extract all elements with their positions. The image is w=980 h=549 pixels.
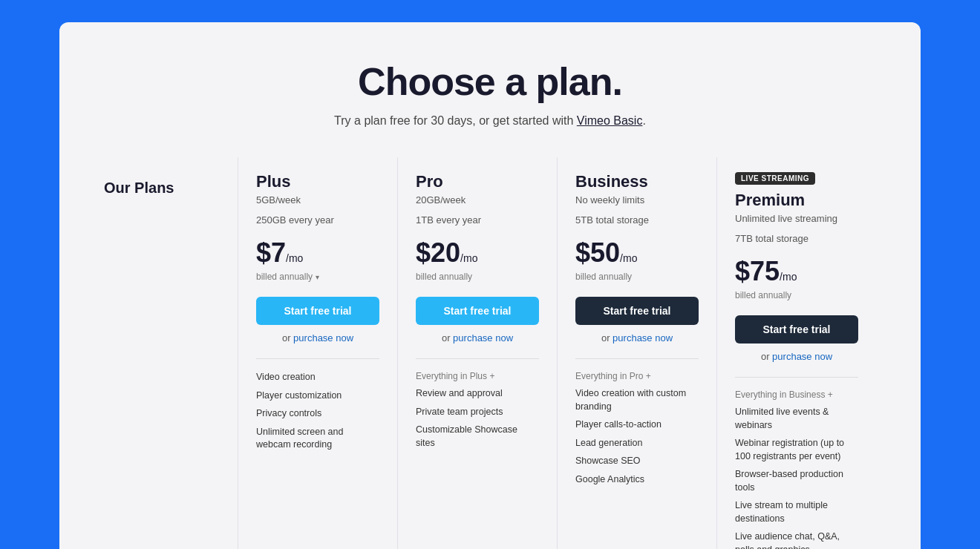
purchase-link-premium[interactable]: purchase now [772,351,832,362]
feature-item: Video creation [256,371,379,384]
divider-business [575,358,699,359]
plan-storage-year-premium: 7TB total storage [735,233,858,244]
feature-item: Video creation with custom branding [575,387,699,413]
feature-item: Private team projects [416,406,539,419]
feature-item: Live stream to multiple destinations [735,499,858,525]
divider-plus [256,358,379,359]
page-header: Choose a plan. Try a plan free for 30 da… [104,59,876,128]
feature-item: Lead generation [575,437,699,450]
plan-col-pro: Pro 20GB/week 1TB every year $20/mo bill… [397,157,557,549]
vimeo-basic-link[interactable]: Vimeo Basic [577,114,643,127]
features-header-premium: Everything in Business + [735,389,858,400]
feature-item: Webinar registration (up to 100 registra… [735,437,858,463]
plans-grid: Our Plans Plus 5GB/week 250GB every year… [104,157,876,549]
divider-premium [735,377,858,378]
divider-pro [416,358,539,359]
feature-item: Player customization [256,389,379,403]
plan-name-plus: Plus [256,172,379,191]
plan-col-premium: LIVE STREAMING Premium Unlimited live st… [716,157,876,549]
plan-storage-year-business: 5TB total storage [575,214,699,226]
plan-price-pro: $20/mo [416,237,539,269]
feature-item: Privacy controls [256,407,379,421]
plan-storage-year-pro: 1TB every year [416,214,539,226]
plan-badge-premium: LIVE STREAMING [735,172,815,185]
features-header-pro: Everything in Plus + [416,371,539,381]
plan-price-premium: $75/mo [735,256,858,287]
start-trial-btn-business[interactable]: Start free trial [575,297,699,325]
billing-label-pro: billed annually [416,272,539,282]
plan-storage-week-business: No weekly limits [575,194,699,206]
feature-item: Unlimited live events & webinars [735,406,858,432]
our-plans-label: Our Plans [104,157,238,549]
purchase-link-plus[interactable]: purchase now [293,332,353,343]
start-trial-btn-plus[interactable]: Start free trial [256,297,379,325]
purchase-line-plus: or purchase now [256,332,379,343]
plan-price-business: $50/mo [575,237,699,269]
billing-label-business: billed annually [575,272,699,282]
start-trial-btn-pro[interactable]: Start free trial [416,297,539,325]
plan-price-plus: $7/mo [256,237,379,269]
features-header-business: Everything in Pro + [575,371,699,381]
plan-name-pro: Pro [416,172,539,191]
plan-name-business: Business [575,172,699,191]
plan-storage-week-premium: Unlimited live streaming [735,213,858,224]
billing-label-premium: billed annually [735,290,858,300]
feature-item: Unlimited screen and webcam recording [256,426,379,452]
pricing-card: Choose a plan. Try a plan free for 30 da… [59,22,921,549]
feature-item: Player calls-to-action [575,418,699,432]
plan-name-premium: Premium [735,191,858,210]
feature-item: Customizable Showcase sites [416,424,539,450]
purchase-link-pro[interactable]: purchase now [453,332,513,343]
billing-dropdown-arrow[interactable]: ▾ [316,273,319,281]
purchase-line-pro: or purchase now [416,332,539,343]
purchase-link-business[interactable]: purchase now [612,332,673,343]
plan-storage-week-plus: 5GB/week [256,194,379,206]
feature-item: Browser-based production tools [735,468,858,494]
purchase-line-business: or purchase now [575,332,699,343]
billing-label-plus: billed annually ▾ [256,272,379,282]
feature-item: Showcase SEO [575,455,699,468]
plan-col-plus: Plus 5GB/week 250GB every year $7/mo bil… [238,157,397,549]
subtitle: Try a plan free for 30 days, or get star… [104,114,876,128]
plan-col-business: Business No weekly limits 5TB total stor… [557,157,716,549]
purchase-line-premium: or purchase now [735,351,858,362]
feature-item: Review and approval [416,387,539,401]
page-title: Choose a plan. [104,59,876,104]
plan-storage-week-pro: 20GB/week [416,194,539,206]
start-trial-btn-premium[interactable]: Start free trial [735,315,858,343]
plan-storage-year-plus: 250GB every year [256,214,379,226]
feature-item: Live audience chat, Q&A, polls and graph… [735,530,858,549]
feature-item: Google Analytics [575,473,699,487]
